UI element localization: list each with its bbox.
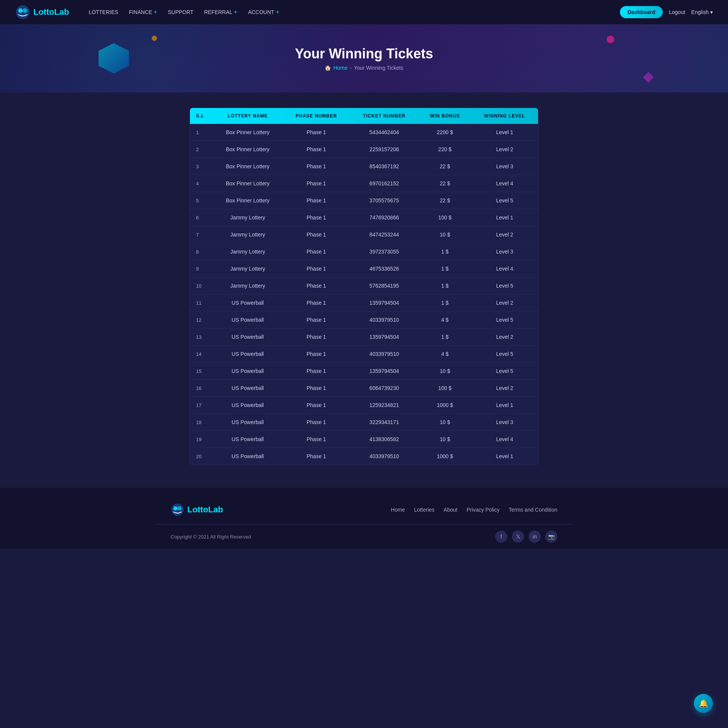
nav-right: Dashboard Logout English ▾ [620,6,713,18]
cell-sl: 20 [190,448,213,465]
nav-links: LOTTERIES FINANCE + SUPPORT REFERRAL + A… [84,6,620,19]
cell-level: Level 4 [471,260,538,277]
cell-level: Level 2 [471,380,538,397]
footer-link-lotteries[interactable]: Lotteries [414,507,435,513]
footer-link-privacy[interactable]: Privacy Policy [466,507,499,513]
cell-lottery: US Powerball [213,380,283,397]
dashboard-button[interactable]: Dashboard [620,6,663,18]
logo-text: LottoLab [33,7,69,17]
cell-phase: Phase 1 [283,363,350,380]
cell-phase: Phase 1 [283,397,350,414]
footer-link-home[interactable]: Home [391,507,405,513]
footer-bottom: Copyright © 2021 All Right Reserved f 𝕏 … [155,524,573,549]
cell-phase: Phase 1 [283,448,350,465]
cell-ticket: 8540367192 [350,158,419,175]
cell-phase: Phase 1 [283,431,350,448]
logo[interactable]: LottoLab [15,5,69,20]
breadcrumb-separator: - [350,65,352,71]
footer-link-terms[interactable]: Terms and Condition [509,507,557,513]
cell-sl: 7 [190,226,213,243]
col-header-level: WINNING LEVEL [471,108,538,124]
cell-lottery: Box Pinner Lottery [213,158,283,175]
nav-lotteries[interactable]: LOTTERIES [84,6,123,18]
footer-logo-text: LottoLab [187,505,223,515]
cell-lottery: Jammy Lottery [213,243,283,260]
fab-button[interactable]: 🔔 [694,694,713,713]
footer-logo: LottoLab [171,503,223,517]
cell-ticket: 7476920866 [350,209,419,226]
twitter-icon[interactable]: 𝕏 [512,531,524,543]
cell-sl: 2 [190,141,213,158]
cell-lottery: US Powerball [213,414,283,431]
cell-level: Level 1 [471,209,538,226]
table-row: 15 US Powerball Phase 1 1359794504 10 $ … [190,363,538,380]
copyright-text: Copyright © 2021 All Right Reserved [171,534,251,540]
cell-sl: 10 [190,277,213,294]
hero-banner: Your Winning Tickets 🏠 Home - Your Winni… [0,24,728,92]
svg-point-3 [171,504,184,516]
cell-bonus: 4 $ [419,312,471,329]
breadcrumb-home-link[interactable]: Home [333,65,347,71]
cell-lottery: US Powerball [213,294,283,312]
nav-finance[interactable]: FINANCE + [124,6,162,19]
cell-bonus: 10 $ [419,363,471,380]
cell-phase: Phase 1 [283,192,350,209]
cell-lottery: US Powerball [213,346,283,363]
cell-phase: Phase 1 [283,414,350,431]
cell-sl: 13 [190,329,213,346]
cell-sl: 19 [190,431,213,448]
cell-level: Level 2 [471,141,538,158]
cell-lottery: US Powerball [213,397,283,414]
cell-phase: Phase 1 [283,260,350,277]
table-row: 13 US Powerball Phase 1 1359794504 1 $ L… [190,329,538,346]
cell-level: Level 1 [471,448,538,465]
cell-level: Level 1 [471,397,538,414]
cell-bonus: 1000 $ [419,448,471,465]
instagram-icon[interactable]: 📷 [545,531,557,543]
cell-ticket: 2259157206 [350,141,419,158]
cell-lottery: US Powerball [213,431,283,448]
linkedin-icon[interactable]: in [529,531,541,543]
table-row: 1 Box Pinner Lottery Phase 1 5434462404 … [190,124,538,141]
cell-ticket: 4033979510 [350,346,419,363]
cell-ticket: 8474253244 [350,226,419,243]
cell-bonus: 10 $ [419,226,471,243]
cell-phase: Phase 1 [283,277,350,294]
table-row: 5 Box Pinner Lottery Phase 1 3705575675 … [190,192,538,209]
cell-bonus: 22 $ [419,175,471,192]
cell-bonus: 1 $ [419,294,471,312]
logout-button[interactable]: Logout [669,9,685,15]
cell-level: Level 3 [471,243,538,260]
cell-lottery: Jammy Lottery [213,226,283,243]
cell-ticket: 3705575675 [350,192,419,209]
referral-plus-icon: + [234,9,237,16]
cell-ticket: 1259234821 [350,397,419,414]
main-content: S.L LOTTERY NAME PHASE NUMBER TICKET NUM… [182,108,546,465]
table-row: 16 US Powerball Phase 1 6064739230 100 $… [190,380,538,397]
cell-lottery: US Powerball [213,448,283,465]
cell-lottery: US Powerball [213,329,283,346]
table-row: 18 US Powerball Phase 1 3229343171 10 $ … [190,414,538,431]
nav-account[interactable]: ACCOUNT + [243,6,284,19]
facebook-icon[interactable]: f [495,531,507,543]
cell-sl: 12 [190,312,213,329]
cell-level: Level 5 [471,277,538,294]
nav-support[interactable]: SUPPORT [163,6,198,18]
breadcrumb-current: Your Winning Tickets [354,65,403,71]
cell-level: Level 5 [471,312,538,329]
cell-phase: Phase 1 [283,346,350,363]
cell-bonus: 100 $ [419,380,471,397]
social-links: f 𝕏 in 📷 [495,531,557,543]
finance-plus-icon: + [154,9,157,16]
nav-referral[interactable]: REFERRAL + [199,6,242,19]
cell-bonus: 1 $ [419,243,471,260]
footer-link-about[interactable]: About [444,507,458,513]
cell-sl: 3 [190,158,213,175]
cell-ticket: 4033979510 [350,312,419,329]
language-selector[interactable]: English ▾ [691,9,713,15]
logo-icon [15,5,30,20]
cell-level: Level 3 [471,158,538,175]
cell-phase: Phase 1 [283,294,350,312]
svg-point-2 [23,8,27,13]
svg-point-5 [177,506,182,510]
